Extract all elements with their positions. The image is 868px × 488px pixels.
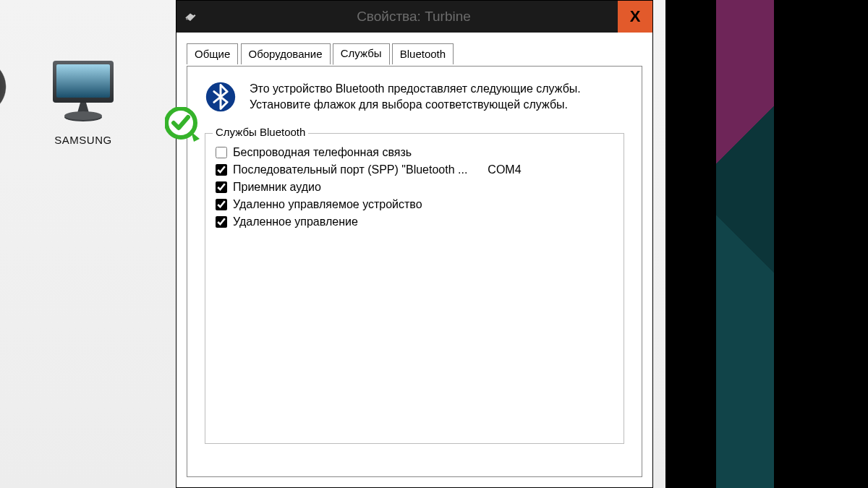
svg-point-3 xyxy=(64,111,102,120)
tab-bluetooth[interactable]: Bluetooth xyxy=(392,43,454,64)
service-extra: COM4 xyxy=(488,163,521,176)
letterbox-right xyxy=(774,0,868,488)
intro-line-1: Это устройство Bluetooth предоставляет с… xyxy=(250,81,581,97)
service-row: Последовательный порт (SPP) "Bluetooth .… xyxy=(216,161,613,179)
desktop-icon-label: SAMSUNG xyxy=(40,134,127,146)
service-checkbox-remote-control[interactable] xyxy=(216,216,227,228)
fieldset-legend: Службы Bluetooth xyxy=(213,126,308,138)
bluetooth-icon xyxy=(205,81,237,113)
service-row: Беспроводная телефонная связь xyxy=(216,144,613,161)
services-fieldset: Службы Bluetooth Беспроводная телефонная… xyxy=(205,133,624,444)
service-label: Удаленно управляемое устройство xyxy=(233,198,422,211)
service-checkbox-wireless-telephony[interactable] xyxy=(216,147,227,158)
service-row: Удаленно управляемое устройство xyxy=(216,196,613,213)
titlebar-title: Свойства: Turbine xyxy=(204,9,652,25)
service-checkbox-audio-sink[interactable] xyxy=(216,181,227,193)
monitor-icon xyxy=(48,56,118,126)
wallpaper-strip xyxy=(716,0,774,488)
tab-services[interactable]: Службы xyxy=(333,43,390,65)
service-row: Удаленное управление xyxy=(216,213,613,231)
intro-line-2: Установите флажок для выбора соответству… xyxy=(250,97,581,113)
svg-point-4 xyxy=(186,18,188,20)
close-icon: X xyxy=(630,7,641,26)
desktop-device-icon[interactable]: SAMSUNG xyxy=(40,56,127,146)
tab-panel-services: Это устройство Bluetooth предоставляет с… xyxy=(187,66,642,477)
service-label: Беспроводная телефонная связь xyxy=(233,146,412,159)
intro-text: Это устройство Bluetooth предоставляет с… xyxy=(250,81,581,112)
titlebar[interactable]: Свойства: Turbine X xyxy=(176,1,652,33)
device-small-icon xyxy=(184,10,197,23)
tab-label: Общие xyxy=(195,48,230,60)
annotation-check-icon xyxy=(165,107,203,145)
properties-dialog: Свойства: Turbine X Общие Оборудование С… xyxy=(176,0,653,488)
service-checkbox-spp[interactable] xyxy=(216,164,227,176)
tab-label: Службы xyxy=(341,47,382,59)
service-label: Удаленное управление xyxy=(233,215,358,228)
close-button[interactable]: X xyxy=(618,1,652,33)
tabstrip: Общие Оборудование Службы Bluetooth xyxy=(187,43,642,66)
tab-hardware[interactable]: Оборудование xyxy=(241,43,331,64)
tab-general[interactable]: Общие xyxy=(187,43,238,64)
svg-rect-1 xyxy=(56,64,110,98)
service-checkbox-remote-controlled[interactable] xyxy=(216,199,227,210)
tab-label: Bluetooth xyxy=(400,48,446,60)
service-row: Приемник аудио xyxy=(216,179,613,196)
partial-offscreen-icon xyxy=(0,58,13,116)
service-label: Последовательный порт (SPP) "Bluetooth .… xyxy=(233,163,467,176)
service-label: Приемник аудио xyxy=(233,181,321,194)
tab-label: Оборудование xyxy=(249,48,323,60)
